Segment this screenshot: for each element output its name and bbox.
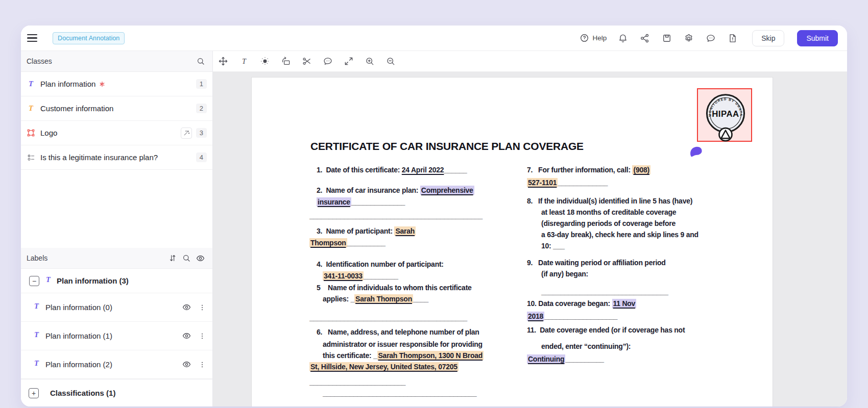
chat-button[interactable]	[705, 33, 716, 44]
visibility-eye-icon[interactable]	[182, 331, 191, 341]
submit-button[interactable]: Submit	[797, 30, 838, 46]
doc-annotated-entity[interactable]: 2018	[527, 312, 544, 321]
text-selection-tool-icon[interactable]: T	[237, 54, 251, 68]
logo-bounding-box-annotation[interactable]: MONITORED BY DRATA HIPAA	[697, 88, 752, 142]
shortcut-badge: 1	[196, 79, 207, 89]
text-tool-icon: T	[44, 275, 53, 286]
class-label: Is this a legitimate insurance plan?	[40, 153, 158, 162]
shortcut-badge: 4	[196, 152, 207, 162]
text-tool-icon: T	[27, 80, 35, 88]
doc-line: 4. Identification number of participant:	[317, 259, 496, 270]
document-canvas[interactable]: CERTIFICATE OF CAR INSURANCE PLAN COVERA…	[213, 72, 847, 406]
expand-plus-icon[interactable]: +	[29, 388, 39, 398]
menu-icon[interactable]	[27, 33, 40, 44]
doc-annotated-entity[interactable]: St, Hillside, New Jersey, United States,…	[309, 362, 459, 371]
document-alert-icon	[728, 33, 738, 43]
doc-filled-value: 24 April 2022	[402, 166, 444, 174]
doc-annotated-entity[interactable]: 341-11-0033	[323, 271, 364, 280]
document-left-column: 1. Date of this certificate: 24 April 20…	[317, 164, 496, 399]
save-icon	[662, 33, 672, 43]
issues-button[interactable]	[727, 33, 738, 44]
doc-text: __________	[347, 239, 385, 247]
visibility-eye-icon[interactable]	[182, 302, 191, 312]
doc-annotated-entity[interactable]: (908)	[632, 165, 650, 174]
doc-annotated-entity[interactable]: Sarah	[394, 226, 416, 236]
doc-annotated-entity[interactable]: Sarah Thompson, 1300 N Broad	[377, 351, 484, 360]
doc-annotated-entity[interactable]: Thompson	[309, 238, 347, 247]
classifications-group[interactable]: + Classifications (1)	[21, 379, 212, 406]
rotate-icon[interactable]	[279, 54, 293, 68]
app-window: Document Annotation Help	[21, 26, 847, 406]
label-group-plan-information[interactable]: − T Plan information (3)	[21, 269, 212, 293]
doc-annotated-entity[interactable]: Comprehensive	[420, 186, 474, 195]
doc-text: _________________________________	[541, 288, 668, 296]
comment-icon[interactable]	[321, 54, 335, 68]
document-title: CERTIFICATE OF CAR INSURANCE PLAN COVERA…	[310, 140, 584, 152]
required-asterisk-icon	[100, 80, 105, 88]
doc-text: ______	[444, 166, 467, 174]
zoom-out-icon[interactable]	[383, 54, 398, 68]
collapse-minus-icon[interactable]: −	[29, 276, 39, 286]
document-right-column: 7. For further information, call: (908)5…	[527, 164, 717, 365]
doc-line: 341-11-0033_________	[323, 270, 496, 282]
label-row-plan-information-0[interactable]: T Plan information (0)	[21, 293, 212, 322]
doc-line: (disregarding periods of coverage before	[541, 218, 717, 229]
class-row-legitimacy-question[interactable]: Is this a legitimate insurance plan? 4	[21, 145, 212, 170]
visibility-eye-icon[interactable]	[196, 253, 205, 263]
zoom-in-icon[interactable]	[363, 54, 377, 68]
share-icon	[640, 33, 650, 43]
help-button[interactable]: Help	[580, 33, 607, 43]
brightness-icon[interactable]	[258, 54, 272, 68]
doc-text: ____	[413, 295, 428, 303]
doc-line: 2018___________________	[527, 311, 717, 322]
settings-button[interactable]	[683, 33, 694, 44]
label-row-plan-information-1[interactable]: T Plan information (1)	[21, 322, 212, 350]
search-icon[interactable]	[196, 57, 205, 66]
share-button[interactable]	[639, 33, 650, 44]
doc-text: ___________________	[544, 312, 617, 320]
skip-button[interactable]: Skip	[752, 30, 784, 46]
kebab-menu-icon[interactable]	[198, 361, 206, 369]
doc-annotated-entity[interactable]: 527-1101	[527, 178, 558, 187]
kebab-menu-icon[interactable]	[198, 303, 206, 312]
sort-icon[interactable]	[168, 253, 177, 263]
doc-line: insurance______________	[317, 196, 496, 208]
pan-move-icon[interactable]	[216, 54, 230, 68]
shortcut-badge: 3	[196, 128, 207, 138]
fullscreen-expand-icon[interactable]	[342, 54, 356, 68]
class-row-plan-information[interactable]: T Plan information 1	[21, 72, 212, 96]
doc-line: this certificate: _Sarah Thompson, 1300 …	[323, 350, 496, 361]
doc-line: 2. Name of car insurance plan: Comprehen…	[317, 185, 496, 196]
classifications-title: Classifications (1)	[50, 389, 115, 397]
doc-annotated-entity[interactable]: insurance	[317, 197, 351, 207]
doc-annotated-entity[interactable]: Continuing	[527, 354, 565, 364]
doc-text: this certificate: _	[323, 351, 377, 360]
doc-line: Continuing__________	[527, 353, 717, 365]
doc-line: 10: ___	[541, 240, 717, 251]
notifications-button[interactable]	[617, 33, 629, 44]
doc-line: (if any) began:	[541, 268, 717, 279]
save-button[interactable]	[661, 33, 672, 44]
doc-line: 9. Date waiting period or affiliation pe…	[527, 257, 717, 268]
cut-scissors-icon[interactable]	[300, 54, 314, 68]
doc-line: ended, enter “continuing”):	[541, 341, 717, 352]
doc-text: 3. Name of participant:	[317, 227, 394, 235]
doc-text: ______________	[351, 198, 405, 206]
doc-annotated-entity[interactable]: Sarah Thompson	[354, 294, 413, 303]
svg-text:T: T	[29, 104, 34, 112]
classes-header-title: Classes	[27, 57, 52, 65]
kebab-menu-icon[interactable]	[198, 332, 206, 340]
doc-annotated-entity[interactable]: 11 Nov	[612, 299, 637, 308]
text-tool-icon: T	[27, 104, 35, 113]
text-tool-icon: T	[32, 359, 41, 370]
gear-icon	[684, 33, 694, 43]
visibility-eye-icon[interactable]	[182, 360, 191, 369]
search-icon[interactable]	[182, 253, 191, 263]
class-row-customer-information[interactable]: T Customer information 2	[21, 96, 212, 121]
shortcut-badge: 2	[196, 104, 207, 113]
screen: Document Annotation Help	[0, 0, 868, 408]
doc-line: at least 18 months of creditable coverag…	[541, 207, 717, 218]
auto-annotate-wand-icon[interactable]	[181, 128, 192, 139]
label-row-plan-information-2[interactable]: T Plan information (2)	[21, 350, 212, 379]
class-row-logo[interactable]: Logo 3	[21, 121, 212, 145]
